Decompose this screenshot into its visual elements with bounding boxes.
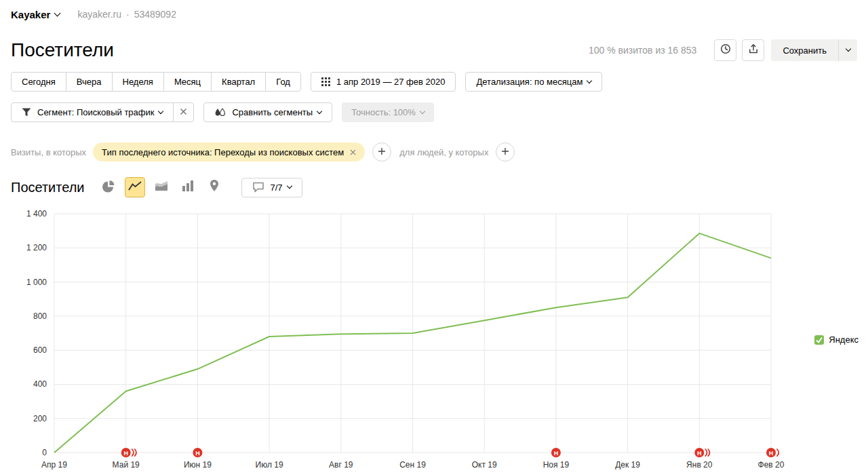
x-axis-label: Авг 19: [329, 460, 353, 470]
date-range-label: 1 апр 2019 — 27 фев 2020: [336, 77, 446, 87]
chart-type-pie-button[interactable]: [98, 177, 119, 197]
bar-chart-icon: [182, 180, 194, 194]
chart-title: Посетители: [11, 180, 85, 195]
source-filter-chip[interactable]: Тип последнего источника: Переходы из по…: [93, 142, 365, 162]
y-axis-label: 1 200: [26, 243, 47, 252]
segment-row: Сегмент: Поисковый трафик Сравнить сегме…: [0, 102, 868, 122]
history-button[interactable]: [714, 39, 736, 61]
export-button[interactable]: [742, 39, 764, 61]
stacked-area-icon: [155, 180, 168, 194]
site-info: kayaker.ru · 53489092: [77, 9, 176, 20]
save-label: Сохранить: [783, 45, 827, 56]
source-filter-chip-label: Тип последнего источника: Переходы из по…: [102, 147, 344, 157]
period-tabs: Сегодня Вчера Неделя Месяц Квартал Год: [11, 72, 301, 92]
compare-segments-label: Сравнить сегменты: [232, 107, 313, 117]
chevron-down-icon: [54, 10, 61, 16]
detailing-dropdown[interactable]: Детализация: по месяцам: [465, 72, 602, 92]
topbar: Kayaker kayaker.ru · 53489092: [0, 0, 868, 28]
x-axis-label: Окт 19: [472, 460, 497, 470]
x-axis-label: Сен 19: [399, 460, 426, 470]
y-axis-label: 1 400: [26, 209, 47, 218]
comments-count: 7/7: [271, 183, 283, 193]
counter-name: Kayaker: [11, 9, 50, 20]
save-split-button: Сохранить: [771, 39, 857, 61]
chart-type-map-button[interactable]: [204, 177, 224, 197]
segment-clear-button[interactable]: [173, 102, 194, 122]
chevron-down-icon: [420, 108, 425, 113]
x-axis-label: Июн 19: [184, 460, 212, 470]
chevron-down-icon: [158, 108, 163, 113]
filter-funnel-icon: [22, 108, 31, 117]
speech-bubble-icon: [252, 182, 264, 193]
legend-checkbox[interactable]: [814, 335, 824, 345]
counter-switcher[interactable]: Kayaker: [11, 9, 60, 20]
page-header: Посетители 100 % визитов из 16 853 Сохра…: [0, 37, 868, 64]
visits-filter-label: Визиты, в которых: [11, 147, 86, 157]
news-marker-wave: [777, 449, 778, 456]
period-tab-month[interactable]: Месяц: [163, 72, 212, 92]
page-title: Посетители: [11, 39, 114, 61]
clock-icon: [720, 43, 731, 57]
segment-dropdown[interactable]: Сегмент: Поисковый трафик: [11, 102, 174, 122]
chevron-down-icon: [286, 183, 292, 189]
legend-item-yandex[interactable]: Яндекс: [814, 335, 859, 345]
site-domain: kayaker.ru: [77, 9, 121, 20]
segment-group: Сегмент: Поисковый трафик: [11, 102, 194, 122]
calendar-grid-icon: [321, 77, 330, 86]
period-tab-today[interactable]: Сегодня: [11, 72, 66, 92]
export-icon: [748, 43, 759, 57]
y-axis-label: 600: [33, 345, 47, 355]
accuracy-dropdown[interactable]: Точность: 100%: [342, 102, 434, 122]
close-icon: [180, 107, 187, 117]
map-pin-icon: [209, 179, 220, 195]
accuracy-label: Точность: 100%: [351, 107, 416, 117]
add-visit-filter-button[interactable]: [372, 142, 391, 162]
news-marker-badge: Н: [769, 450, 774, 457]
comments-dropdown[interactable]: 7/7: [241, 178, 302, 197]
x-axis-label: Янв 20: [686, 460, 713, 470]
plus-icon: [378, 146, 386, 158]
chevron-down-icon: [587, 77, 592, 83]
compare-segments-dropdown[interactable]: Сравнить сегменты: [203, 102, 332, 122]
x-axis-label: Фев 20: [758, 460, 785, 470]
x-axis-label: Июл 19: [256, 460, 283, 470]
chart-type-columns-button[interactable]: [178, 177, 198, 197]
period-tab-yesterday[interactable]: Вчера: [66, 72, 113, 92]
y-axis-label: 400: [33, 379, 47, 389]
news-marker-badge: Н: [697, 450, 702, 457]
news-marker-badge: Н: [554, 450, 559, 457]
news-marker-badge: Н: [195, 450, 200, 457]
plus-icon: [501, 146, 509, 158]
period-tab-week[interactable]: Неделя: [112, 72, 164, 92]
y-axis-label: 1 000: [26, 278, 47, 287]
detailing-label: Детализация: по месяцам: [476, 77, 583, 87]
segment-label: Сегмент: Поисковый трафик: [37, 107, 154, 117]
chart-type-areas-button[interactable]: [151, 177, 172, 197]
date-range-button[interactable]: 1 апр 2019 — 27 фев 2020: [311, 72, 456, 92]
close-icon[interactable]: [350, 147, 356, 157]
droplets-icon: [214, 108, 226, 117]
chevron-down-icon: [845, 46, 850, 52]
counter-id: 53489092: [134, 9, 176, 20]
period-tab-quarter[interactable]: Квартал: [211, 72, 266, 92]
x-axis-label: Дек 19: [615, 460, 640, 470]
x-axis-label: Ноя 19: [543, 460, 570, 470]
save-button[interactable]: Сохранить: [771, 39, 838, 61]
people-filter-label: для людей, у которых: [399, 147, 488, 157]
y-axis-label: 0: [42, 448, 47, 457]
legend-label: Яндекс: [829, 335, 859, 345]
y-axis-label: 200: [33, 414, 47, 423]
period-tab-year[interactable]: Год: [265, 72, 301, 92]
chevron-down-icon: [317, 108, 322, 113]
filter-row: Визиты, в которых Тип последнего источни…: [0, 142, 868, 162]
visitors-chart[interactable]: 02004006008001 0001 2001 400Апр 19Май 19…: [9, 207, 796, 473]
x-axis-label: Май 19: [113, 460, 140, 470]
x-axis-label: Апр 19: [41, 460, 67, 470]
save-dropdown-button[interactable]: [839, 39, 857, 61]
chart-type-line-button[interactable]: [125, 177, 145, 197]
period-row: Сегодня Вчера Неделя Месяц Квартал Год 1…: [0, 72, 868, 92]
line-chart-icon: [128, 180, 142, 194]
visits-summary: 100 % визитов из 16 853: [589, 45, 696, 56]
chart-header: Посетители 7/7: [0, 177, 868, 197]
add-people-filter-button[interactable]: [496, 142, 515, 162]
